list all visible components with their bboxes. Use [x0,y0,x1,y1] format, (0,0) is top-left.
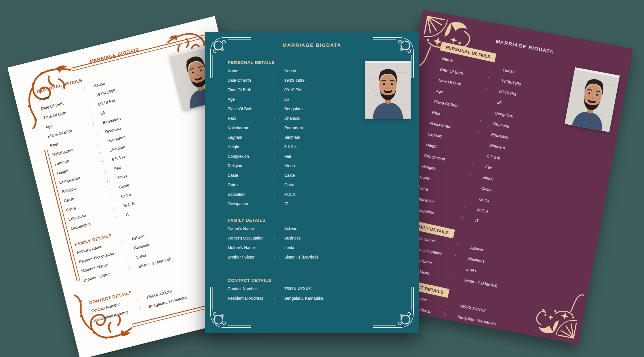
row-value: Pooradam [284,126,409,130]
row-colon: : [115,213,126,220]
row-value: Business [284,236,409,240]
row-label: Religion [422,164,470,177]
row-value: Simmam [284,135,409,140]
row-value: Harish [284,69,409,73]
row-colon: : [93,121,104,128]
row-value: 26 [284,97,409,102]
row-colon: : [104,167,115,174]
row-colon: : [274,69,284,73]
row-label: Mother's Name [228,246,274,250]
row-colon: : [471,162,486,169]
row-colon: : [274,88,284,92]
row-value: 6 ft 3 in [284,145,409,149]
detail-row: Place Of Birth : Bengaluru [47,91,224,139]
row-label: Father's Occupation [228,236,274,240]
row-value: M.C.A [284,192,409,197]
detail-row: Age : 26 [45,81,222,130]
row-colon: : [483,98,498,104]
row-colon: : [128,265,139,271]
detail-row: Name : Harish [228,69,409,73]
personal-details-rows: Name : Harish Date Of Birth : 19.09.1999… [414,56,616,243]
row-colon: : [443,312,458,319]
row-colon: : [136,295,147,302]
detail-row: Lagnam : Simmam [228,135,409,140]
detail-row: Caste : Caste [228,173,409,178]
row-label: Date Of Birth [228,78,274,83]
detail-row: Mother's Name : Leela [228,246,409,250]
detail-row: Residential Address : Bengaluru, Karnata… [228,296,409,301]
row-colon: : [106,176,117,183]
row-value: Fair [284,154,409,159]
row-colon: : [274,164,284,168]
row-label: Date Of Birth [440,67,488,80]
personal-details-rows: Name : Harish Date Of Birth : 19.09.1999… [228,69,409,206]
section-heading-contact: CONTACT DETAILS [228,278,409,283]
row-colon: : [274,192,284,197]
row-colon: : [469,173,484,179]
row-label: Height [228,145,274,149]
row-label: Lagnam [428,132,476,145]
row-colon: : [274,183,284,187]
row-value: Leela [284,246,409,250]
row-colon: : [95,130,106,137]
row-label: Caste [420,175,468,188]
family-details-rows: Father's Name : Ashwin Father's Occupati… [228,227,409,259]
row-colon: : [481,108,496,115]
row-value: Hindu [284,164,409,168]
row-colon: : [454,254,469,260]
row-label: Occupation [228,202,274,206]
row-colon: : [274,145,284,149]
row-label: Rasi [228,116,274,121]
row-label: Age [228,97,274,102]
section-heading-family: FAMILY DETAILS [228,218,409,223]
row-colon: : [102,158,113,164]
row-colon: : [274,126,284,130]
row-value: Bengaluru [284,107,409,111]
detail-row: Rasi : Dhanusu [49,100,226,148]
row-colon: : [487,76,502,83]
row-colon: : [274,135,284,140]
row-colon: : [111,195,122,201]
row-value: 19.09.1999 [284,78,409,83]
row-label: Rasi [432,110,480,123]
row-label: Nakshatram [430,121,478,134]
row-colon: : [274,255,284,259]
detail-row: Nakshatram : Pooradam [228,126,409,130]
row-value: Bengaluru, Karnataka [284,296,409,301]
detail-row: Lagnam : Simmam [54,118,231,166]
row-value: Caste [284,173,409,178]
row-colon: : [99,149,110,155]
row-label: Height [426,143,474,155]
row-colon: : [477,130,492,136]
row-colon: : [274,236,284,240]
row-label: Occupation [414,207,462,220]
row-colon: : [274,154,284,159]
row-colon: : [274,173,284,178]
detail-row: Gotra : Gotra [228,183,409,187]
row-label: Gotra [418,185,466,198]
row-colon: : [113,204,124,210]
row-colon: : [479,119,494,126]
detail-row: Date Of Birth : 19.09.1999 [228,78,409,83]
row-value: Gotra [284,183,409,187]
detail-row: Height : 6 ft 3 in [228,145,409,149]
row-colon: : [83,84,94,91]
detail-row: Father's Name : Ashwin [228,227,409,231]
detail-row: Contact Number : 759XX XXXXX [228,287,409,291]
row-colon: : [274,296,284,301]
contact-details-rows: Contact Number : 759XX XXXXX Residential… [228,287,409,301]
row-value: Ashwin [284,227,409,231]
detail-row: Education : M.C.A [228,192,409,197]
row-colon: : [97,139,108,146]
detail-row: Occupation : IT [228,202,409,206]
row-label: Age [436,89,484,102]
row-colon: : [124,246,135,253]
row-label: Contact Number [228,287,274,291]
detail-row: Religion : Hindu [228,164,409,168]
biodata-content: PERSONAL DETAILS Name : Harish Date Of B… [228,60,409,306]
biodata-templates-mockup: MARRIAGE BIODATA PERSONAL DETAILS Name :… [0,0,644,357]
row-colon: : [274,227,284,231]
row-colon: : [274,202,284,206]
row-colon: : [461,216,476,223]
row-value: IT [284,202,409,206]
